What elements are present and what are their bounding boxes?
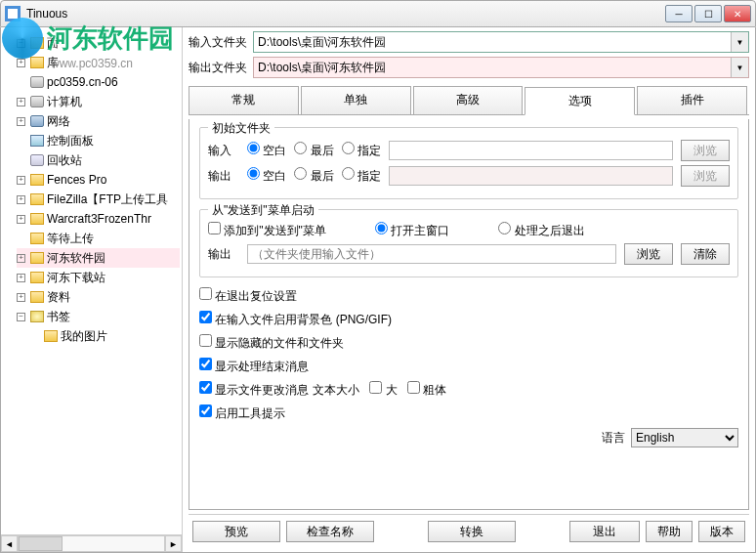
- tree-item[interactable]: +网络: [17, 111, 180, 131]
- help-button[interactable]: 帮助: [646, 521, 693, 542]
- row-label: 输出: [208, 246, 239, 263]
- scroll-thumb[interactable]: [19, 536, 63, 551]
- input-folder-field[interactable]: [254, 32, 731, 52]
- tree-item[interactable]: +Fences Pro: [17, 170, 180, 190]
- radio-spec[interactable]: 指定: [342, 167, 381, 185]
- radio-blank[interactable]: 空白: [247, 142, 286, 159]
- tree-item[interactable]: pc0359.cn-06: [17, 72, 180, 92]
- output-folder-label: 输出文件夹: [189, 60, 247, 76]
- tab-3[interactable]: 选项: [525, 87, 635, 115]
- svg-rect-1: [8, 9, 18, 19]
- show-hidden-checkbox[interactable]: 显示隐藏的文件和文件夹: [199, 334, 344, 352]
- scroll-left-button[interactable]: ◄: [1, 535, 18, 552]
- tree-item[interactable]: +计算机: [17, 92, 180, 111]
- maximize-button[interactable]: ☐: [694, 5, 722, 22]
- expand-icon[interactable]: +: [17, 176, 25, 185]
- reset-on-exit-checkbox[interactable]: 在退出复位设置: [199, 287, 297, 305]
- language-select[interactable]: English: [631, 428, 738, 447]
- expand-icon[interactable]: +: [17, 98, 25, 106]
- sendto-output-field[interactable]: [247, 244, 616, 264]
- enable-tips-checkbox[interactable]: 启用工具提示: [199, 404, 285, 422]
- tab-1[interactable]: 单独: [301, 86, 411, 114]
- bin-icon: [30, 154, 44, 166]
- expand-icon[interactable]: +: [17, 254, 25, 263]
- tree-item[interactable]: +库: [17, 53, 180, 72]
- tree-label: 我的图片: [61, 326, 107, 346]
- show-proc-msg-checkbox[interactable]: 显示处理结束消息: [199, 358, 309, 375]
- text-size-label: 文本大小: [313, 382, 359, 399]
- tree-label: 计算机: [47, 92, 82, 111]
- version-button[interactable]: 版本: [698, 521, 745, 542]
- radio-last[interactable]: 最后: [294, 142, 333, 159]
- folder-icon: [30, 57, 44, 68]
- drive-icon: [30, 96, 44, 107]
- folder-tree[interactable]: −面+库pc0359.cn-06+计算机+网络控制面板回收站+Fences Pr…: [1, 27, 182, 534]
- expand-icon[interactable]: +: [17, 117, 25, 126]
- tab-0[interactable]: 常规: [189, 86, 299, 114]
- folder-icon: [30, 252, 44, 264]
- tree-item[interactable]: +FileZilla【FTP上传工具: [17, 190, 180, 209]
- add-sendto-checkbox[interactable]: 添加到"发送到"菜单: [208, 222, 326, 239]
- browse-button[interactable]: 浏览: [624, 243, 673, 265]
- close-button[interactable]: ✕: [724, 5, 751, 22]
- output-spec-field[interactable]: [389, 166, 673, 186]
- tree-label: FileZilla【FTP上传工具: [47, 190, 168, 209]
- output-folder-combo[interactable]: ▼: [253, 57, 749, 78]
- exit-button[interactable]: 退出: [569, 521, 640, 542]
- tree-item[interactable]: −面: [17, 33, 180, 53]
- show-change-msg-checkbox[interactable]: 显示文件更改消息: [199, 381, 309, 399]
- tree-item[interactable]: +资料: [17, 287, 180, 307]
- preview-button[interactable]: 预览: [192, 521, 280, 542]
- folder-icon: [30, 174, 44, 186]
- radio-blank[interactable]: 空白: [247, 167, 286, 185]
- expand-icon[interactable]: +: [17, 293, 25, 302]
- tree-label: Warcraft3FrozenThr: [47, 209, 151, 229]
- tree-label: 网络: [47, 111, 70, 131]
- exit-after-radio[interactable]: 处理之后退出: [498, 222, 584, 239]
- row-label: 输入: [208, 143, 239, 159]
- open-main-radio[interactable]: 打开主窗口: [375, 222, 449, 239]
- tree-item[interactable]: 我的图片: [30, 326, 180, 346]
- sidebar-hscroll[interactable]: ◄ ►: [1, 534, 182, 552]
- expand-icon[interactable]: +: [17, 215, 25, 224]
- radio-last[interactable]: 最后: [294, 167, 333, 185]
- tab-bar: 常规单独高级选项插件: [189, 86, 749, 115]
- tree-item[interactable]: 回收站: [17, 150, 180, 170]
- minimize-button[interactable]: ─: [665, 5, 693, 22]
- tree-item[interactable]: 控制面板: [17, 131, 180, 150]
- expand-icon[interactable]: +: [17, 195, 25, 204]
- bold-checkbox[interactable]: 粗体: [407, 381, 446, 399]
- expand-icon[interactable]: −: [17, 313, 25, 321]
- large-checkbox[interactable]: 大: [369, 381, 397, 399]
- tree-item[interactable]: +河东下载站: [17, 268, 180, 287]
- tab-4[interactable]: 插件: [637, 86, 747, 114]
- tree-item[interactable]: +Warcraft3FrozenThr: [17, 209, 180, 229]
- tree-item[interactable]: 等待上传: [17, 229, 180, 248]
- dropdown-icon[interactable]: ▼: [731, 32, 748, 52]
- expand-icon[interactable]: +: [17, 274, 25, 282]
- folder-icon: [30, 193, 44, 205]
- app-icon: [5, 6, 21, 21]
- folder-icon: [30, 213, 44, 225]
- clear-button[interactable]: 清除: [681, 243, 730, 265]
- browse-button[interactable]: 浏览: [681, 140, 730, 161]
- input-spec-field[interactable]: [389, 141, 673, 160]
- input-folder-combo[interactable]: ▼: [253, 31, 749, 53]
- dropdown-icon[interactable]: ▼: [731, 58, 748, 77]
- scroll-track[interactable]: [18, 535, 165, 552]
- scroll-right-button[interactable]: ►: [165, 535, 182, 552]
- expand-icon[interactable]: −: [17, 39, 25, 48]
- radio-spec[interactable]: 指定: [342, 142, 381, 159]
- bg-color-checkbox[interactable]: 在输入文件启用背景色 (PNG/GIF): [199, 311, 392, 328]
- tree-label: 库: [47, 53, 59, 72]
- row-label: 输出: [208, 168, 239, 185]
- tree-bookmarks[interactable]: − 书签: [17, 307, 180, 326]
- expand-icon[interactable]: +: [17, 59, 25, 67]
- browse-button[interactable]: 浏览: [681, 165, 730, 187]
- sidebar: −面+库pc0359.cn-06+计算机+网络控制面板回收站+Fences Pr…: [1, 27, 183, 552]
- tree-item[interactable]: +河东软件园: [17, 248, 180, 268]
- check-name-button[interactable]: 检查名称: [286, 521, 374, 542]
- convert-button[interactable]: 转换: [428, 521, 516, 542]
- output-folder-field[interactable]: [254, 58, 731, 77]
- tab-2[interactable]: 高级: [413, 86, 524, 114]
